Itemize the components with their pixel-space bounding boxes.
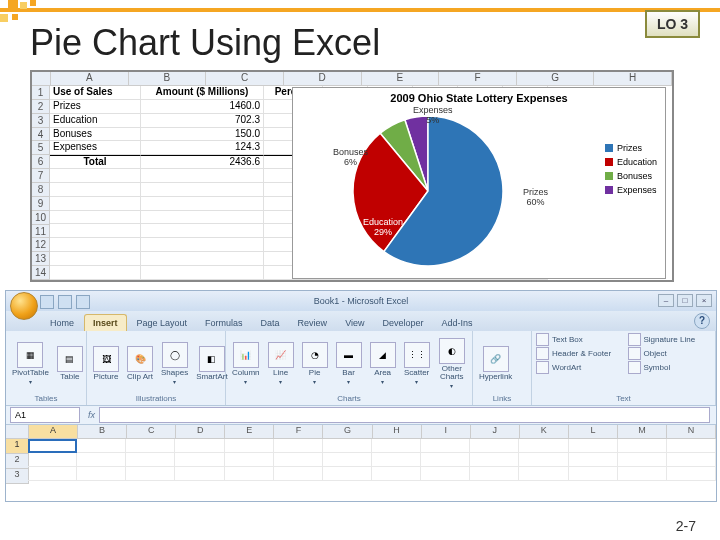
cell[interactable]: 2436.6 [141, 155, 264, 169]
cell[interactable]: Total [50, 155, 141, 169]
col-header[interactable]: G [323, 425, 372, 439]
name-box[interactable]: A1 [10, 407, 80, 423]
tab-review[interactable]: Review [290, 315, 336, 331]
slice-label-expenses: Expenses 5% [413, 106, 453, 126]
cell[interactable]: Bonuses [50, 128, 141, 142]
qat-undo-icon[interactable] [58, 295, 72, 309]
col-header[interactable]: J [471, 425, 520, 439]
scatter-chart-button[interactable]: ⋮⋮Scatter▾ [402, 341, 432, 386]
tab-page-layout[interactable]: Page Layout [129, 315, 196, 331]
picture-button[interactable]: 🖼Picture [91, 345, 121, 382]
tab-formulas[interactable]: Formulas [197, 315, 251, 331]
col-header[interactable]: E [225, 425, 274, 439]
object-button[interactable]: Object [628, 347, 712, 360]
col-header[interactable]: L [569, 425, 618, 439]
row-header[interactable]: 6 [32, 155, 50, 169]
symbol-button[interactable]: Symbol [628, 361, 712, 374]
shapes-button[interactable]: ◯Shapes▾ [159, 341, 190, 386]
help-button[interactable]: ? [694, 313, 710, 329]
col-header[interactable]: B [129, 72, 207, 86]
col-header[interactable]: N [667, 425, 716, 439]
row-header[interactable]: 14 [32, 266, 50, 280]
title-bar[interactable]: Book1 - Microsoft Excel – □ × [6, 291, 716, 311]
row-header[interactable]: 11 [32, 225, 50, 239]
tab-view[interactable]: View [337, 315, 372, 331]
row-header[interactable]: 2 [6, 454, 29, 469]
row-header[interactable]: 4 [32, 128, 50, 142]
pivottable-button[interactable]: ▦PivotTable▾ [10, 341, 51, 386]
wordart-button[interactable]: WordArt [536, 361, 620, 374]
row-header[interactable]: 2 [32, 100, 50, 114]
tab-addins[interactable]: Add-Ins [434, 315, 481, 331]
pie-chart-button[interactable]: ◔Pie▾ [300, 341, 330, 386]
cell-a1-selected[interactable] [28, 439, 77, 453]
smartart-icon: ◧ [199, 346, 225, 372]
cell[interactable]: 150.0 [141, 128, 264, 142]
fx-icon[interactable]: fx [88, 410, 95, 420]
col-header[interactable]: A [29, 425, 78, 439]
col-header[interactable]: H [373, 425, 422, 439]
qat-save-icon[interactable] [40, 295, 54, 309]
office-button[interactable] [10, 292, 38, 320]
row-header[interactable]: 8 [32, 183, 50, 197]
qat-redo-icon[interactable] [76, 295, 90, 309]
tab-insert[interactable]: Insert [84, 314, 127, 331]
row-header[interactable]: 10 [32, 211, 50, 225]
clipart-button[interactable]: 🎨Clip Art [125, 345, 155, 382]
line-chart-button[interactable]: 📈Line▾ [266, 341, 296, 386]
cell[interactable]: Amount ($ Millions) [141, 86, 264, 100]
row-header[interactable]: 7 [32, 169, 50, 183]
col-header[interactable]: G [517, 72, 595, 86]
cell[interactable]: 702.3 [141, 114, 264, 128]
signature-line-button[interactable]: Signature Line [628, 333, 712, 346]
col-header[interactable]: I [422, 425, 471, 439]
row-header[interactable]: 13 [32, 252, 50, 266]
textbox-button[interactable]: Text Box [536, 333, 620, 346]
smartart-button[interactable]: ◧SmartArt [194, 345, 230, 382]
other-charts-button[interactable]: ◐Other Charts▾ [436, 337, 468, 390]
group-label: Charts [230, 393, 468, 403]
table-button[interactable]: ▤Table [55, 345, 85, 382]
row-header[interactable]: 1 [32, 86, 50, 100]
cell[interactable]: Prizes [50, 100, 141, 114]
col-header[interactable]: B [78, 425, 127, 439]
hyperlink-button[interactable]: 🔗Hyperlink [477, 345, 514, 382]
column-chart-button[interactable]: 📊Column▾ [230, 341, 262, 386]
close-button[interactable]: × [696, 294, 712, 307]
col-header[interactable]: H [594, 72, 672, 86]
clipart-icon: 🎨 [127, 346, 153, 372]
pie-chart[interactable]: 2009 Ohio State Lottery Expenses Prizes … [292, 87, 666, 279]
col-header[interactable]: C [127, 425, 176, 439]
col-header[interactable]: C [206, 72, 284, 86]
col-header[interactable]: K [520, 425, 569, 439]
col-header[interactable]: F [274, 425, 323, 439]
row-header[interactable]: 12 [32, 238, 50, 252]
header-footer-button[interactable]: Header & Footer [536, 347, 620, 360]
cell[interactable]: 1460.0 [141, 100, 264, 114]
cell[interactable]: Education [50, 114, 141, 128]
row-header[interactable]: 1 [6, 439, 29, 454]
bar-chart-button[interactable]: ▬Bar▾ [334, 341, 364, 386]
row-header[interactable]: 3 [32, 114, 50, 128]
row-header[interactable]: 3 [6, 469, 29, 484]
col-header[interactable]: D [176, 425, 225, 439]
select-all-button[interactable] [6, 425, 29, 439]
col-header[interactable]: D [284, 72, 362, 86]
cell[interactable]: 124.3 [141, 141, 264, 155]
col-header[interactable]: E [362, 72, 440, 86]
col-header[interactable]: F [439, 72, 517, 86]
tab-home[interactable]: Home [42, 315, 82, 331]
tab-data[interactable]: Data [253, 315, 288, 331]
minimize-button[interactable]: – [658, 294, 674, 307]
cell[interactable]: Use of Sales [50, 86, 141, 100]
wordart-icon [536, 361, 549, 374]
tab-developer[interactable]: Developer [374, 315, 431, 331]
formula-bar[interactable] [99, 407, 710, 423]
row-header[interactable]: 9 [32, 197, 50, 211]
row-header[interactable]: 5 [32, 141, 50, 155]
cell[interactable]: Expenses [50, 141, 141, 155]
col-header[interactable]: A [51, 72, 129, 86]
area-chart-button[interactable]: ◢Area▾ [368, 341, 398, 386]
col-header[interactable]: M [618, 425, 667, 439]
maximize-button[interactable]: □ [677, 294, 693, 307]
